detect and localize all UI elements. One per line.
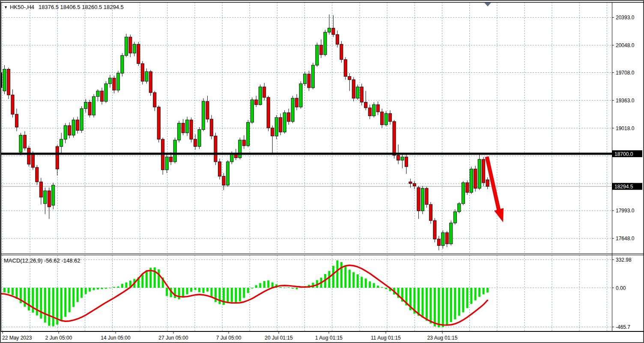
macd-histogram-bar [421, 288, 423, 318]
macd-histogram-bar [243, 288, 245, 298]
macd-histogram-bar [365, 278, 367, 288]
candle-bearish [101, 91, 104, 101]
macd-histogram-bar [446, 288, 448, 325]
candle-bearish [445, 233, 448, 244]
candle-bearish [56, 146, 59, 169]
candle-bullish [186, 120, 189, 133]
macd-histogram-bar [336, 260, 338, 288]
chart-canvas[interactable]: 20393.020048.019708.019363.019018.017993… [1, 1, 644, 343]
candle-bullish [311, 65, 314, 88]
candle-bearish [352, 80, 355, 98]
macd-histogram-bar [429, 288, 432, 324]
macd-histogram-bar [80, 288, 83, 298]
macd-histogram-bar [206, 288, 209, 292]
macd-histogram-bar [239, 288, 241, 301]
macd-histogram-bar [438, 288, 440, 327]
macd-histogram-bar [344, 265, 346, 288]
macd-histogram-bar [288, 287, 290, 288]
candle-bearish [39, 182, 42, 197]
candle-bearish [425, 188, 428, 205]
candle-bearish [190, 120, 193, 139]
candle-bearish [364, 102, 367, 108]
candle-bearish [287, 113, 290, 122]
candle-bearish [340, 44, 343, 60]
macd-histogram-bar [215, 288, 217, 302]
candle-bullish [283, 113, 286, 132]
red-down-arrow-head [494, 208, 504, 222]
macd-histogram-bar [158, 269, 160, 288]
candle-bearish [466, 183, 469, 193]
macd-histogram-bar [369, 281, 371, 288]
candle-bullish [441, 233, 444, 245]
top-position-marker-icon [484, 3, 491, 6]
candle-bullish [250, 100, 253, 122]
macd-histogram-bar [203, 288, 205, 293]
candle-bearish [409, 182, 412, 184]
candle-bullish [230, 154, 233, 162]
date-axis-label: 11 Aug 01:15 [371, 335, 401, 341]
candle-bearish [157, 107, 160, 139]
macd-histogram-bar [340, 262, 343, 288]
macd-histogram-bar [24, 288, 26, 307]
macd-histogram-bar [442, 288, 444, 327]
candle-bearish [182, 123, 185, 133]
candle-bearish [437, 239, 440, 245]
macd-histogram-bar [109, 288, 111, 288]
macd-histogram-bar [385, 288, 387, 289]
macd-histogram-bar [69, 288, 71, 312]
candle-bearish [31, 154, 34, 167]
title-ohlc-values: 18376.5 18406.5 18260.5 18294.5 [39, 4, 124, 10]
macd-histogram-bar [247, 288, 249, 293]
candle-bullish [453, 212, 456, 223]
macd-histogram-bar [263, 281, 265, 288]
candle-bullish [133, 44, 136, 53]
macd-histogram-bar [3, 288, 6, 292]
candle-bullish [44, 191, 47, 203]
date-axis-label: 14 Jun 05:00 [101, 335, 131, 341]
candle-bullish [324, 32, 327, 55]
chart-window: 20393.020048.019708.019363.019018.017993… [0, 0, 644, 343]
down-triangle-icon: ▼ [4, 5, 8, 9]
candle-bullish [145, 72, 148, 81]
candle-bearish [486, 180, 489, 186]
candle-bullish [478, 159, 481, 188]
macd-histogram-bar [478, 288, 480, 297]
macd-histogram-bar [426, 288, 428, 321]
price-tick-label: 20048.0 [616, 42, 635, 48]
candle-bearish [222, 176, 225, 185]
macd-histogram-bar [486, 288, 489, 292]
candle-bearish [271, 128, 274, 136]
candle-bullish [247, 122, 250, 146]
price-badge-label: 18294.5 [614, 184, 633, 190]
macd-histogram-bar [93, 288, 95, 290]
macd-histogram-bar [283, 288, 286, 288]
macd-histogram-bar [454, 288, 456, 319]
candle-bullish [316, 45, 319, 65]
candle-bullish [226, 162, 229, 185]
macd-tick-label: -465.7 [616, 324, 630, 330]
candle-bullish [275, 117, 278, 136]
macd-histogram-bar [89, 288, 91, 292]
candle-bullish [165, 157, 168, 170]
candle-bearish [255, 100, 258, 104]
macd-histogram-bar [352, 272, 355, 288]
macd-histogram-bar [466, 288, 468, 308]
date-axis-label: 23 Aug 01:15 [427, 335, 458, 341]
macd-histogram-bar [77, 288, 79, 302]
candle-bullish [458, 204, 461, 212]
price-badge-label: 18700.0 [614, 151, 633, 157]
macd-histogram-bar [267, 280, 269, 288]
candle-bearish [141, 63, 144, 81]
macd-histogram-bar [259, 283, 261, 288]
candle-bullish [64, 125, 67, 139]
price-tick-label: 19018.0 [616, 125, 635, 131]
candle-bearish [170, 157, 173, 162]
macd-tick-label: 0.00 [616, 285, 626, 291]
macd-histogram-bar [231, 288, 233, 302]
macd-tick-label: 332.98 [616, 257, 632, 263]
candle-bullish [96, 91, 99, 96]
macd-histogram-bar [210, 288, 212, 297]
macd-histogram-bar [450, 288, 452, 322]
macd-histogram-bar [292, 288, 294, 289]
macd-histogram-bar [357, 274, 359, 288]
